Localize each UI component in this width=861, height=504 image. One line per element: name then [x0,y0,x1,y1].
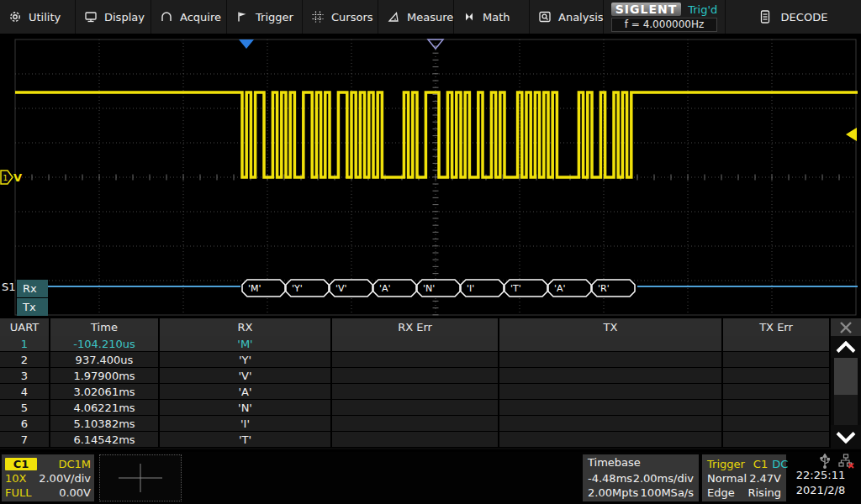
cell-time: 1.97900ms [50,368,160,383]
channel1-info-box[interactable]: C1 DC1M 10X 2.00V/div FULL 0.00V [2,454,94,501]
menu-utility[interactable]: Utility [0,0,76,34]
clock-block: 22:25:11 2021/2/8 [785,452,856,504]
brand-block: SIGLENT Trig'd f = 4.000000Hz [604,0,726,34]
decode-byte-value: 'Y' [292,283,303,294]
cell-time: -104.210us [50,336,160,351]
chevron-up-icon [835,341,857,354]
scrollbar-track[interactable] [834,358,858,425]
decode-byte-box: 'V' [330,280,372,297]
trigger-delay-marker[interactable] [239,39,254,49]
menu-cursors[interactable]: Cursors [303,0,378,34]
col-header-time: Time [50,318,160,336]
decode-byte-box: 'T' [504,280,547,297]
cell-rx-err [332,416,499,431]
decode-byte-value: 'M' [248,283,261,294]
cell-rx: 'I' [160,416,332,431]
cell-tx-err [723,368,831,383]
decode-byte-box: 'M' [242,280,285,297]
cell-rx-err [332,384,499,399]
rx-label: Rx [23,282,37,295]
decode-byte-value: 'T' [510,283,521,294]
cell-tx-err [723,352,831,367]
menu-analysis[interactable]: Analysis [530,0,604,34]
decode-bus-label: S1 [2,281,16,293]
decode-byte-box: 'Y' [286,280,329,297]
timebase-sample-rate: 100MSa/s [641,486,694,499]
scrollbar-thumb[interactable] [834,358,858,395]
trigger-level-marker[interactable] [846,128,857,141]
channel1-bandwidth: FULL [5,486,31,499]
col-header-rxerr: RX Err [332,318,499,336]
gear-icon [8,10,22,24]
menu-display-label: Display [104,11,145,24]
timebase-box[interactable]: Timebase -4.48ms 2.00ms/div 2.00Mpts 100… [583,454,699,501]
channel1-coupling: DC1M [58,458,91,470]
timebase-title: Timebase [588,456,694,471]
tab-decode[interactable]: DECODE [726,0,861,34]
trigger-level: 2.47V [749,472,781,485]
menu-acquire-label: Acquire [180,11,221,24]
tx-label: Tx [22,301,36,313]
decode-bus: S1 Rx Tx 'M''Y''V''A''N''I''T''A''R' [2,280,858,316]
cell-tx-err [723,432,831,447]
table-row[interactable]: 65.10382ms'I' [0,416,831,432]
col-header-rx: RX [160,318,332,336]
cell-index: 2 [0,352,50,367]
scroll-down-button[interactable] [831,425,861,449]
scroll-up-button[interactable] [831,336,861,358]
trigger-box[interactable]: Trigger C1 DC Normal 2.47V Edge Rising [702,454,786,501]
cell-rx-err [332,400,499,415]
cell-index: 5 [0,400,50,415]
decode-byte-value: 'V' [335,283,347,294]
table-row[interactable]: 31.97900ms'V' [0,368,831,384]
menu-acquire[interactable]: Acquire [151,0,227,34]
cell-rx-err [332,336,499,351]
table-row[interactable]: 43.02061ms'A' [0,384,831,400]
table-row[interactable]: 54.06221ms'N' [0,400,831,416]
cell-time: 6.14542ms [50,432,160,447]
table-row[interactable]: 2937.400us'Y' [0,352,831,368]
menu-analysis-label: Analysis [558,11,604,24]
table-header-row: UART Time RX RX Err TX TX Err [0,318,831,336]
list-icon [759,9,771,24]
table-row[interactable]: 1-104.210us'M' [0,336,831,352]
channel1-offset: 0.00V [59,486,91,499]
cell-tx [499,400,723,415]
decode-byte-value: 'N' [423,283,435,294]
col-header-uart: UART [0,318,50,336]
table-controls [831,318,861,449]
cell-tx [499,416,723,431]
timebase-scale: 2.00ms/div [633,472,694,485]
table-body: 1-104.210us'M'2937.400us'Y'31.97900ms'V'… [0,336,831,448]
decode-byte-box: 'N' [417,280,460,297]
channel1-badge: C1 [5,458,37,470]
menu-trigger-label: Trigger [256,11,293,24]
trigger-mode: Normal [707,472,747,485]
waveform-display[interactable]: 1 V S1 Rx Tx 'M''Y''V''A''N''I''T''A''R' [0,37,861,318]
cursors-icon [311,10,325,24]
decode-byte-value: 'A' [379,283,391,294]
siglent-logo: SIGLENT [611,3,682,16]
trigger-position-marker[interactable] [428,39,443,49]
cell-rx: 'V' [160,368,332,383]
timebase-memory: 2.00Mpts [588,486,638,499]
channel1-scale: 2.00V/div [39,472,91,485]
close-table-button[interactable] [831,318,861,336]
menu-display[interactable]: Display [76,0,151,34]
empty-channel-slot[interactable] [99,454,182,501]
menu-measure[interactable]: Measure [378,0,454,34]
menu-trigger[interactable]: Trigger [227,0,303,34]
cell-rx: 'N' [160,400,332,415]
menu-bar: Utility Display Acquire Trigger [0,0,861,34]
decode-byte-value: 'R' [598,283,610,294]
cell-time: 5.10382ms [50,416,160,431]
menu-math[interactable]: Math [454,0,530,34]
table-row[interactable]: 76.14542ms'T' [0,432,831,448]
cell-rx-err [332,432,499,447]
status-time: 22:25:11 [785,469,856,484]
trigger-title: Trigger [707,458,745,470]
cell-index: 4 [0,384,50,399]
channel1-offset-marker[interactable]: 1 V [1,171,22,184]
decode-byte-box: 'A' [548,280,591,297]
decode-byte-value: 'A' [554,283,566,294]
